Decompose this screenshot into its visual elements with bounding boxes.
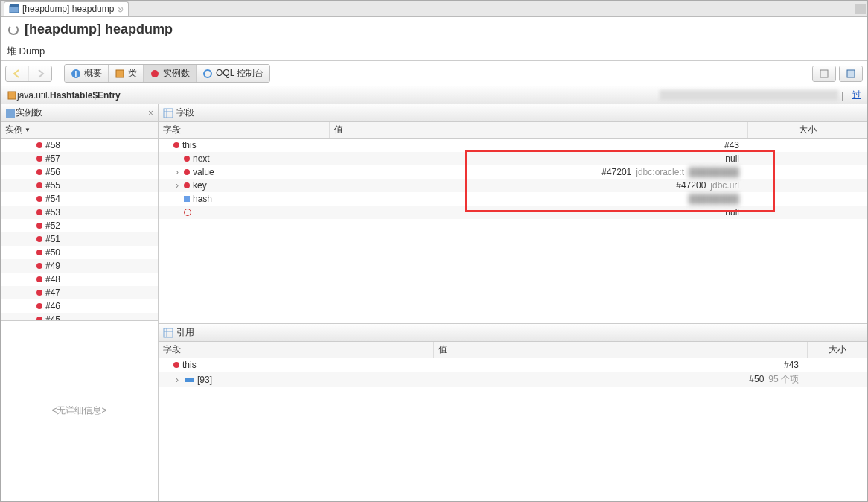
chevron-down-icon: ▼ bbox=[25, 127, 31, 133]
instance-label: #58 bbox=[45, 140, 60, 150]
instance-label: #46 bbox=[45, 301, 60, 311]
refs-header-label: 引用 bbox=[176, 326, 194, 339]
col-size[interactable]: 大小 bbox=[808, 342, 867, 358]
col-size[interactable]: 大小 bbox=[748, 122, 867, 138]
classloader-icon bbox=[184, 209, 191, 216]
instance-icon bbox=[36, 156, 42, 162]
instance-row[interactable]: #51 bbox=[1, 232, 158, 246]
col-field[interactable]: 字段 bbox=[159, 122, 330, 138]
svg-point-5 bbox=[151, 70, 159, 77]
instances-pane: 实例数 × 实例▼ #58#57#56#55#54#53#52#51#50#49… bbox=[1, 104, 159, 501]
ref-row[interactable]: ›[93]#5095 个项 bbox=[159, 372, 867, 387]
instance-icon bbox=[36, 142, 42, 148]
instance-icon bbox=[36, 290, 42, 296]
breadcrumb-link[interactable]: 过 bbox=[852, 89, 861, 101]
instance-row[interactable]: #45 bbox=[1, 313, 158, 320]
svg-rect-21 bbox=[191, 378, 194, 382]
oql-button[interactable]: OQL 控制台 bbox=[197, 65, 269, 82]
field-value: #47201 bbox=[601, 167, 631, 177]
refs-header: 引用 bbox=[159, 324, 867, 342]
instance-row[interactable]: #49 bbox=[1, 259, 158, 273]
object-icon bbox=[184, 169, 190, 175]
right-tool-2[interactable] bbox=[840, 66, 862, 81]
instance-row[interactable]: #46 bbox=[1, 299, 158, 313]
field-row[interactable]: ›key#47200jdbc.url bbox=[159, 179, 867, 192]
instance-label: #54 bbox=[45, 194, 60, 204]
instance-row[interactable]: #54 bbox=[1, 192, 158, 206]
instances-list[interactable]: #58#57#56#55#54#53#52#51#50#49#48#47#46#… bbox=[1, 139, 158, 320]
field-row[interactable]: null bbox=[159, 206, 867, 219]
instance-label: #47 bbox=[45, 287, 60, 298]
instance-icon bbox=[36, 250, 42, 255]
tab-title: [heapdump] heapdump bbox=[22, 4, 114, 14]
no-detail-box: <无详细信息> bbox=[1, 320, 158, 502]
instances-header-label: 实例数 bbox=[16, 107, 42, 119]
instances-button[interactable]: 实例数 bbox=[144, 65, 197, 82]
object-icon bbox=[184, 156, 190, 162]
instance-label: #57 bbox=[45, 153, 60, 164]
back-button[interactable] bbox=[6, 66, 29, 81]
svg-rect-20 bbox=[188, 378, 191, 382]
instance-icon bbox=[36, 209, 42, 215]
field-row[interactable]: this#43 bbox=[159, 139, 867, 152]
expander-icon[interactable]: › bbox=[173, 375, 181, 385]
refs-table-head: 字段 值 大小 bbox=[159, 342, 867, 358]
field-name: this bbox=[182, 140, 197, 150]
field-row[interactable]: hash████████ bbox=[159, 192, 867, 206]
fields-body[interactable]: this#43nextnull›value#47201jdbc:oracle:t… bbox=[159, 139, 867, 323]
instance-label: #45 bbox=[45, 314, 60, 320]
classes-button[interactable]: 类 bbox=[109, 65, 144, 82]
title-row: [heapdump] heapdump bbox=[1, 17, 867, 42]
object-icon bbox=[184, 182, 190, 188]
col-field[interactable]: 字段 bbox=[159, 342, 434, 358]
instance-row[interactable]: #53 bbox=[1, 206, 158, 219]
field-name: hash bbox=[193, 194, 212, 204]
svg-rect-12 bbox=[6, 115, 15, 118]
instances-col-header[interactable]: 实例▼ bbox=[1, 122, 158, 139]
field-row[interactable]: nextnull bbox=[159, 152, 867, 165]
close-pane-icon[interactable]: × bbox=[148, 108, 153, 118]
ref-row[interactable]: this#43 bbox=[159, 358, 867, 372]
refs-header-icon bbox=[163, 328, 173, 338]
instance-row[interactable]: #48 bbox=[1, 273, 158, 286]
toolbar: i 概要 类 实例数 OQL 控制台 bbox=[1, 61, 867, 86]
fields-header-label: 字段 bbox=[176, 107, 194, 119]
instance-row[interactable]: #50 bbox=[1, 246, 158, 259]
tabbar-overflow-icon[interactable] bbox=[855, 4, 866, 14]
instance-row[interactable]: #58 bbox=[1, 139, 158, 152]
instance-row[interactable]: #55 bbox=[1, 179, 158, 192]
instance-label: #52 bbox=[45, 220, 60, 231]
tab-bar: [heapdump] heapdump ⊗ bbox=[1, 1, 867, 17]
oql-icon bbox=[202, 69, 213, 79]
instance-label: #49 bbox=[45, 261, 60, 271]
instance-row[interactable]: #56 bbox=[1, 165, 158, 179]
close-icon[interactable]: ⊗ bbox=[117, 4, 124, 14]
object-icon bbox=[173, 142, 179, 148]
field-value: null bbox=[725, 207, 739, 217]
summary-label: 概要 bbox=[84, 67, 102, 80]
col-value[interactable]: 值 bbox=[330, 122, 748, 138]
breadcrumb-blur bbox=[660, 90, 838, 101]
ref-value: #43 bbox=[784, 360, 799, 370]
summary-button[interactable]: i 概要 bbox=[65, 65, 109, 82]
instances-pane-header: 实例数 × bbox=[1, 104, 158, 122]
instance-icon bbox=[36, 236, 42, 242]
refs-body[interactable]: this#43›[93]#5095 个项 bbox=[159, 358, 867, 501]
right-tool-1[interactable] bbox=[813, 66, 835, 81]
breadcrumb-class: Hashtable$Entry bbox=[50, 90, 121, 101]
field-row[interactable]: ›value#47201jdbc:oracle:t████████ bbox=[159, 165, 867, 179]
instance-row[interactable]: #57 bbox=[1, 152, 158, 165]
svg-rect-4 bbox=[116, 70, 124, 77]
col-value[interactable]: 值 bbox=[434, 342, 808, 358]
expander-icon[interactable]: › bbox=[173, 167, 181, 177]
editor-tab[interactable]: [heapdump] heapdump ⊗ bbox=[4, 1, 129, 16]
instance-row[interactable]: #47 bbox=[1, 286, 158, 299]
svg-rect-11 bbox=[6, 112, 15, 115]
spinner-icon bbox=[8, 25, 19, 35]
ref-name: [93] bbox=[197, 375, 212, 385]
expander-icon[interactable]: › bbox=[173, 180, 181, 191]
field-name: next bbox=[193, 153, 210, 164]
instance-row[interactable]: #52 bbox=[1, 219, 158, 232]
forward-button[interactable] bbox=[29, 66, 51, 81]
svg-rect-16 bbox=[164, 328, 173, 337]
